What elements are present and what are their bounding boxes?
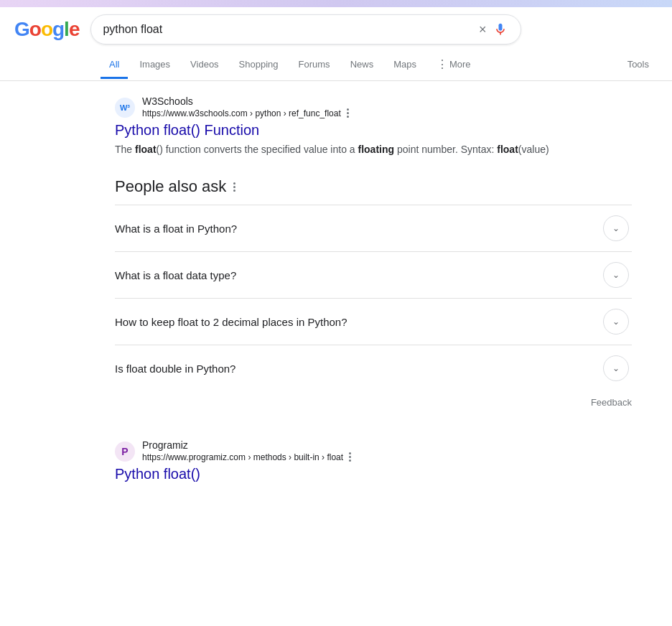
search-input[interactable] — [103, 23, 472, 36]
logo-letter-l: l — [64, 18, 69, 41]
w3schools-site-info: W3Schools https://www.w3schools.com › py… — [142, 95, 350, 119]
programiz-site-name: Programiz — [142, 439, 353, 451]
search-bar: × — [90, 14, 521, 45]
programiz-favicon: P — [115, 442, 135, 462]
paa-header: People also ask — [115, 177, 632, 196]
tab-images[interactable]: Images — [131, 52, 179, 79]
result-programiz: P Programiz https://www.programiz.com › … — [115, 439, 632, 482]
logo-letter-o1: o — [29, 18, 41, 41]
feedback-row: Feedback — [115, 391, 632, 419]
w3schools-result-title[interactable]: Python float() Function — [115, 122, 632, 139]
paa-chevron-3[interactable]: ⌄ — [603, 355, 629, 381]
paa-menu-icon[interactable] — [232, 181, 237, 193]
tab-news[interactable]: News — [342, 52, 383, 79]
w3schools-snippet: The float() function converts the specif… — [115, 141, 632, 157]
paa-item-1[interactable]: What is a float data type? ⌄ — [115, 251, 632, 298]
paa-item-0[interactable]: What is a float in Python? ⌄ — [115, 205, 632, 251]
programiz-menu-icon[interactable] — [347, 451, 353, 463]
header-top: Google × — [14, 14, 658, 45]
mic-icon[interactable] — [492, 21, 509, 38]
logo-letter-g: G — [14, 18, 29, 41]
people-also-ask: People also ask What is a float in Pytho… — [115, 177, 632, 419]
main-content: W³ W3Schools https://www.w3schools.com ›… — [0, 81, 646, 517]
tab-maps[interactable]: Maps — [385, 52, 425, 79]
tab-forums[interactable]: Forums — [290, 52, 339, 79]
paa-item-3[interactable]: Is float double in Python? ⌄ — [115, 345, 632, 391]
tab-tools[interactable]: Tools — [619, 52, 658, 79]
tab-all[interactable]: All — [101, 52, 128, 79]
paa-title: People also ask — [115, 177, 226, 196]
top-decoration — [0, 0, 672, 7]
paa-chevron-1[interactable]: ⌄ — [603, 262, 629, 288]
paa-question-2: How to keep float to 2 decimal places in… — [115, 316, 347, 328]
logo-letter-g2: g — [52, 18, 64, 41]
logo-letter-e: e — [69, 18, 80, 41]
tab-more[interactable]: ⋮ More — [428, 50, 480, 80]
nav-tabs: All Images Videos Shopping Forums News M… — [14, 50, 658, 80]
paa-question-3: Is float double in Python? — [115, 363, 235, 375]
result-source-w3schools: W³ W3Schools https://www.w3schools.com ›… — [115, 95, 632, 119]
w3schools-menu-icon[interactable] — [345, 107, 350, 119]
paa-chevron-0[interactable]: ⌄ — [603, 215, 629, 241]
logo-letter-o2: o — [41, 18, 52, 41]
programiz-url: https://www.programiz.com › methods › bu… — [142, 452, 343, 462]
paa-question-1: What is a float data type? — [115, 269, 236, 281]
paa-chevron-2[interactable]: ⌄ — [603, 309, 629, 335]
result-w3schools: W³ W3Schools https://www.w3schools.com ›… — [115, 95, 632, 157]
more-dots-icon: ⋮ — [437, 57, 448, 71]
clear-icon[interactable]: × — [479, 22, 487, 37]
paa-question-0: What is a float in Python? — [115, 223, 237, 235]
google-logo[interactable]: Google — [14, 18, 79, 41]
result-source-programiz: P Programiz https://www.programiz.com › … — [115, 439, 632, 463]
paa-item-2[interactable]: How to keep float to 2 decimal places in… — [115, 298, 632, 345]
tab-shopping[interactable]: Shopping — [230, 52, 287, 79]
feedback-label[interactable]: Feedback — [591, 397, 632, 408]
tab-videos[interactable]: Videos — [182, 52, 228, 79]
programiz-result-title[interactable]: Python float() — [115, 466, 632, 482]
w3schools-url: https://www.w3schools.com › python › ref… — [142, 108, 341, 118]
header: Google × All Images Videos Shopping Foru… — [0, 7, 672, 81]
w3schools-site-name: W3Schools — [142, 95, 350, 107]
w3schools-favicon: W³ — [115, 98, 135, 118]
programiz-site-info: Programiz https://www.programiz.com › me… — [142, 439, 353, 463]
